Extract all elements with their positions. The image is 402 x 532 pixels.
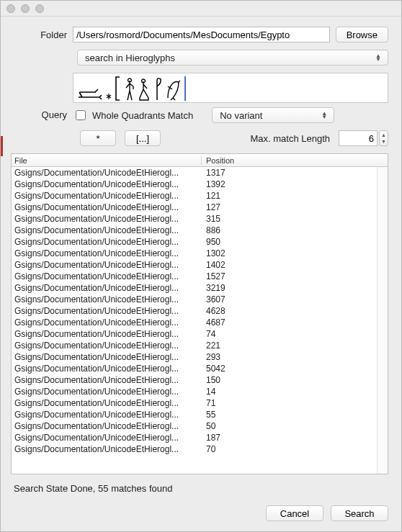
table-row[interactable]: Gsigns/Documentation/UnicodeEtHierogl...…	[12, 282, 388, 294]
search-mode-row: search in Hieroglyphs ▲▼	[11, 50, 388, 66]
table-row[interactable]: Gsigns/Documentation/UnicodeEtHierogl...…	[12, 190, 388, 202]
table-row[interactable]: Gsigns/Documentation/UnicodeEtHierogl...…	[12, 328, 388, 340]
results-table: File Position Gsigns/Documentation/Unico…	[11, 153, 388, 474]
table-row[interactable]: Gsigns/Documentation/UnicodeEtHierogl...…	[12, 443, 388, 455]
table-row[interactable]: Gsigns/Documentation/UnicodeEtHierogl...…	[12, 259, 388, 271]
cell-file: Gsigns/Documentation/UnicodeEtHierogl...	[12, 237, 202, 247]
table-row[interactable]: Gsigns/Documentation/UnicodeEtHierogl...…	[12, 374, 388, 386]
wildcard-brackets-button[interactable]: [...]	[125, 130, 161, 146]
cell-position: 4628	[202, 306, 388, 316]
cell-position: 1392	[202, 179, 388, 189]
cell-position: 121	[202, 191, 388, 201]
folder-label: Folder	[11, 30, 67, 40]
dialog-content: Folder Browse search in Hieroglyphs ▲▼ Q…	[1, 17, 401, 531]
cell-position: 3219	[202, 283, 388, 293]
cell-file: Gsigns/Documentation/UnicodeEtHierogl...	[12, 387, 202, 397]
table-row[interactable]: Gsigns/Documentation/UnicodeEtHierogl...…	[12, 363, 388, 374]
table-row[interactable]: Gsigns/Documentation/UnicodeEtHierogl...…	[12, 317, 388, 328]
cell-file: Gsigns/Documentation/UnicodeEtHierogl...	[12, 410, 202, 420]
table-row[interactable]: Gsigns/Documentation/UnicodeEtHierogl...…	[12, 179, 388, 190]
table-row[interactable]: Gsigns/Documentation/UnicodeEtHierogl...…	[12, 351, 388, 363]
variant-selected: No variant	[220, 110, 262, 121]
table-row[interactable]: Gsigns/Documentation/UnicodeEtHierogl...…	[12, 167, 388, 179]
table-row[interactable]: Gsigns/Documentation/UnicodeEtHierogl...…	[12, 386, 388, 397]
cell-position: 50	[202, 421, 388, 431]
search-dialog: Folder Browse search in Hieroglyphs ▲▼ Q…	[0, 0, 402, 532]
status-text: Search State Done, 55 matches found	[11, 482, 388, 495]
hieroglyph-query-input[interactable]	[73, 73, 388, 103]
table-row[interactable]: Gsigns/Documentation/UnicodeEtHierogl...…	[12, 225, 388, 236]
folder-row: Folder Browse	[11, 27, 388, 42]
query-label: Query	[11, 109, 67, 123]
cell-position: 71	[202, 398, 388, 408]
cell-file: Gsigns/Documentation/UnicodeEtHierogl...	[12, 202, 202, 212]
max-match-stepper: ▲▼	[339, 130, 388, 146]
wildcard-star-button[interactable]: *	[80, 130, 116, 146]
table-row[interactable]: Gsigns/Documentation/UnicodeEtHierogl...…	[12, 248, 388, 259]
browse-button[interactable]: Browse	[336, 27, 388, 42]
glyph-feather-icon	[154, 76, 163, 101]
cell-position: 221	[202, 341, 388, 351]
glyph-standing-figure-icon	[124, 76, 135, 101]
table-row[interactable]: Gsigns/Documentation/UnicodeEtHierogl...…	[12, 236, 388, 248]
column-header-position[interactable]: Position	[202, 156, 388, 165]
table-row[interactable]: Gsigns/Documentation/UnicodeEtHierogl...…	[12, 409, 388, 420]
table-row[interactable]: Gsigns/Documentation/UnicodeEtHierogl...…	[12, 294, 388, 305]
query-block: Query	[11, 73, 388, 123]
table-body[interactable]: Gsigns/Documentation/UnicodeEtHierogl...…	[12, 167, 388, 474]
zoom-window-icon[interactable]	[35, 4, 44, 13]
cell-file: Gsigns/Documentation/UnicodeEtHierogl...	[12, 398, 202, 408]
cell-position: 315	[202, 214, 388, 224]
cell-position: 293	[202, 352, 388, 362]
footer-buttons: Cancel Search	[11, 502, 388, 521]
table-row[interactable]: Gsigns/Documentation/UnicodeEtHierogl...…	[12, 420, 388, 432]
cell-position: 127	[202, 202, 388, 212]
cell-position: 14	[202, 387, 388, 397]
cell-file: Gsigns/Documentation/UnicodeEtHierogl...	[12, 271, 202, 281]
glyph-star-icon	[105, 91, 112, 101]
cell-file: Gsigns/Documentation/UnicodeEtHierogl...	[12, 248, 202, 258]
search-mode-selected: search in Hieroglyphs	[85, 53, 175, 63]
folder-path-input[interactable]	[73, 27, 330, 42]
table-row[interactable]: Gsigns/Documentation/UnicodeEtHierogl...…	[12, 271, 388, 282]
cell-file: Gsigns/Documentation/UnicodeEtHierogl...	[12, 341, 202, 351]
cell-file: Gsigns/Documentation/UnicodeEtHierogl...	[12, 375, 202, 385]
table-header: File Position	[12, 154, 388, 167]
search-mode-dropdown[interactable]: search in Hieroglyphs ▲▼	[77, 50, 388, 66]
dropdown-arrows-icon: ▲▼	[373, 54, 383, 61]
cell-position: 886	[202, 225, 388, 235]
cell-position: 70	[202, 444, 388, 454]
glyph-seated-figure-icon	[138, 76, 151, 101]
variant-dropdown[interactable]: No variant ▲▼	[212, 107, 334, 123]
cell-file: Gsigns/Documentation/UnicodeEtHierogl...	[12, 191, 202, 201]
text-cursor-icon	[184, 76, 186, 101]
cancel-button[interactable]: Cancel	[266, 505, 323, 521]
column-header-file[interactable]: File	[12, 156, 202, 165]
cell-file: Gsigns/Documentation/UnicodeEtHierogl...	[12, 294, 202, 305]
close-window-icon[interactable]	[6, 4, 15, 13]
cell-position: 950	[202, 237, 388, 247]
table-row[interactable]: Gsigns/Documentation/UnicodeEtHierogl...…	[12, 397, 388, 409]
table-row[interactable]: Gsigns/Documentation/UnicodeEtHierogl...…	[12, 213, 388, 225]
table-row[interactable]: Gsigns/Documentation/UnicodeEtHierogl...…	[12, 340, 388, 351]
cell-position: 187	[202, 433, 388, 443]
table-row[interactable]: Gsigns/Documentation/UnicodeEtHierogl...…	[12, 202, 388, 213]
stepper-arrows-icon[interactable]: ▲▼	[379, 130, 388, 146]
table-row[interactable]: Gsigns/Documentation/UnicodeEtHierogl...…	[12, 432, 388, 443]
cell-file: Gsigns/Documentation/UnicodeEtHierogl...	[12, 179, 202, 189]
cell-file: Gsigns/Documentation/UnicodeEtHierogl...	[12, 225, 202, 235]
table-row[interactable]: Gsigns/Documentation/UnicodeEtHierogl...…	[12, 305, 388, 317]
cell-file: Gsigns/Documentation/UnicodeEtHierogl...	[12, 352, 202, 362]
cell-file: Gsigns/Documentation/UnicodeEtHierogl...	[12, 433, 202, 443]
cell-position: 55	[202, 410, 388, 420]
whole-quadrants-checkbox[interactable]	[76, 110, 86, 120]
search-button[interactable]: Search	[331, 505, 388, 521]
max-match-input[interactable]	[339, 130, 378, 146]
minimize-window-icon[interactable]	[21, 4, 30, 13]
scrollbar-track[interactable]	[377, 167, 388, 474]
cell-file: Gsigns/Documentation/UnicodeEtHierogl...	[12, 364, 202, 374]
query-right: Whole Quadrants Match No variant ▲▼	[73, 73, 388, 123]
cell-position: 4687	[202, 317, 388, 328]
cell-position: 74	[202, 329, 388, 339]
cell-position: 150	[202, 375, 388, 385]
